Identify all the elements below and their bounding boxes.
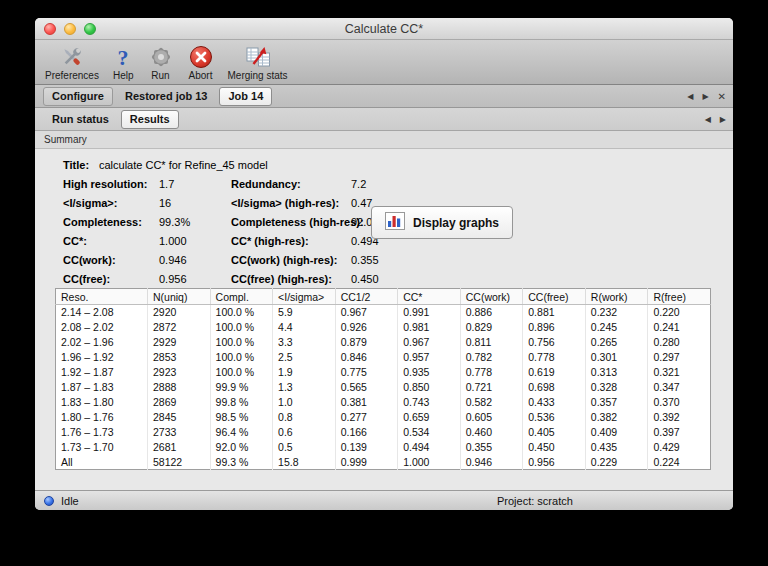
project-label: Project: scratch	[497, 495, 573, 507]
table-cell: 0.743	[398, 395, 461, 410]
column-header[interactable]: N(uniq)	[148, 289, 211, 305]
table-row[interactable]: 2.02 – 1.962929100.0 %3.30.8790.9670.811…	[56, 335, 711, 350]
table-header-row: Reso.N(uniq)Compl.<I/sigma>CC1/2CC*CC(wo…	[56, 289, 711, 305]
titlebar: Calculate CC*	[35, 18, 733, 40]
table-row[interactable]: 1.96 – 1.922853100.0 %2.50.8460.9570.782…	[56, 350, 711, 365]
tab-close-icon[interactable]: ✕	[718, 91, 726, 102]
display-graphs-button[interactable]: Display graphs	[371, 206, 513, 239]
table-cell: 2.08 – 2.02	[56, 320, 148, 335]
table-row[interactable]: 2.14 – 2.082920100.0 %5.90.9670.9910.886…	[56, 305, 711, 320]
table-cell: 99.3 %	[210, 455, 273, 470]
table-cell: 0.782	[460, 350, 523, 365]
zoom-window-button[interactable]	[84, 23, 96, 35]
toolbar-help-button[interactable]: ? Help	[113, 43, 134, 81]
table-cell: 100.0 %	[210, 305, 273, 320]
tab-configure[interactable]: Configure	[43, 87, 113, 106]
table-cell: 1.92 – 1.87	[56, 365, 148, 380]
column-header[interactable]: R(free)	[648, 289, 711, 305]
tab-run-status[interactable]: Run status	[43, 110, 118, 129]
abort-red-x-icon	[188, 43, 214, 70]
column-header[interactable]: CC*	[398, 289, 461, 305]
help-question-icon: ?	[113, 43, 133, 70]
minimize-window-button[interactable]	[64, 23, 76, 35]
status-bar: Idle Project: scratch	[35, 490, 733, 510]
table-cell: 0.429	[648, 440, 711, 455]
table-cell: 0.450	[523, 440, 586, 455]
table-cell: 0.846	[335, 350, 398, 365]
table-cell: 0.605	[460, 410, 523, 425]
table-cell: 2845	[148, 410, 211, 425]
summary-label: <I/sigma> (high-res):	[231, 197, 351, 209]
table-cell: 0.494	[398, 440, 461, 455]
table-cell: 0.224	[648, 455, 711, 470]
toolbar-preferences-button[interactable]: Preferences	[45, 43, 99, 81]
tab-job-14[interactable]: Job 14	[219, 87, 272, 106]
table-cell: 0.370	[648, 395, 711, 410]
summary-label: High resolution:	[63, 178, 159, 190]
table-row[interactable]: 1.80 – 1.76284598.5 %0.80.2770.6590.6050…	[56, 410, 711, 425]
subtab-scroll-left-icon[interactable]: ◀	[705, 115, 711, 124]
toolbar-item-label: Abort	[189, 70, 213, 81]
table-cell: 5.9	[273, 305, 336, 320]
table-row[interactable]: 1.92 – 1.872923100.0 %1.90.7750.9350.778…	[56, 365, 711, 380]
summary-label: CC(free):	[63, 273, 159, 285]
column-header[interactable]: R(work)	[585, 289, 648, 305]
summary-value: 16	[159, 197, 231, 209]
table-cell: 0.829	[460, 320, 523, 335]
merging-stats-icon	[244, 43, 272, 70]
summary-value: 0.355	[351, 254, 733, 266]
table-cell: 2929	[148, 335, 211, 350]
summary-label: CC* (high-res):	[231, 235, 351, 247]
table-cell: 0.433	[523, 395, 586, 410]
toolbar-merging-stats-button[interactable]: Merging stats	[228, 43, 288, 81]
table-cell: 0.850	[398, 380, 461, 395]
table-cell: 0.229	[585, 455, 648, 470]
toolbar-item-label: Merging stats	[228, 70, 288, 81]
close-window-button[interactable]	[44, 23, 56, 35]
table-cell: 2733	[148, 425, 211, 440]
table-cell: 0.957	[398, 350, 461, 365]
table-cell: 0.967	[335, 305, 398, 320]
toolbar-abort-button[interactable]: Abort	[188, 43, 214, 81]
column-header[interactable]: Compl.	[210, 289, 273, 305]
table-cell: 0.881	[523, 305, 586, 320]
table-cell: 2.5	[273, 350, 336, 365]
table-row[interactable]: 2.08 – 2.022872100.0 %4.40.9260.9810.829…	[56, 320, 711, 335]
summary-label: <I/sigma>:	[63, 197, 159, 209]
table-row[interactable]: All5812299.3 %15.80.9991.0000.9460.9560.…	[56, 455, 711, 470]
table-cell: 2.14 – 2.08	[56, 305, 148, 320]
table-cell: 1.000	[398, 455, 461, 470]
main-tab-nav: ◀ ▶ ✕	[687, 85, 726, 107]
tab-restored-job-13[interactable]: Restored job 13	[116, 87, 217, 106]
summary-label: CC(work):	[63, 254, 159, 266]
table-cell: 0.981	[398, 320, 461, 335]
table-cell: 1.3	[273, 380, 336, 395]
table-cell: 0.381	[335, 395, 398, 410]
table-cell: 92.0 %	[210, 440, 273, 455]
tab-scroll-right-icon[interactable]: ▶	[702, 92, 708, 101]
column-header[interactable]: CC1/2	[335, 289, 398, 305]
summary-row: CC(work):0.946CC(work) (high-res):0.355	[63, 250, 733, 269]
table-cell: 1.9	[273, 365, 336, 380]
table-row[interactable]: 1.87 – 1.83288899.9 %1.30.5650.8500.7210…	[56, 380, 711, 395]
tab-scroll-left-icon[interactable]: ◀	[687, 92, 693, 101]
tab-results[interactable]: Results	[121, 110, 179, 129]
toolbar-item-label: Help	[113, 70, 134, 81]
status-led-icon	[44, 496, 54, 506]
subtab-scroll-right-icon[interactable]: ▶	[720, 115, 726, 124]
table-row[interactable]: 1.73 – 1.70268192.0 %0.50.1390.4940.3550…	[56, 440, 711, 455]
display-graphs-label: Display graphs	[413, 216, 499, 230]
column-header[interactable]: Reso.	[56, 289, 148, 305]
table-row[interactable]: 1.76 – 1.73273396.4 %0.60.1660.5340.4600…	[56, 425, 711, 440]
table-cell: 2681	[148, 440, 211, 455]
table-cell: 0.5	[273, 440, 336, 455]
table-row[interactable]: 1.83 – 1.80286999.8 %1.00.3810.7430.5820…	[56, 395, 711, 410]
column-header[interactable]: CC(work)	[460, 289, 523, 305]
table-cell: 100.0 %	[210, 320, 273, 335]
column-header[interactable]: <I/sigma>	[273, 289, 336, 305]
toolbar-run-button[interactable]: Run	[148, 43, 174, 81]
table-cell: 0.698	[523, 380, 586, 395]
table-cell: 0.166	[335, 425, 398, 440]
column-header[interactable]: CC(free)	[523, 289, 586, 305]
table-cell: 0.659	[398, 410, 461, 425]
